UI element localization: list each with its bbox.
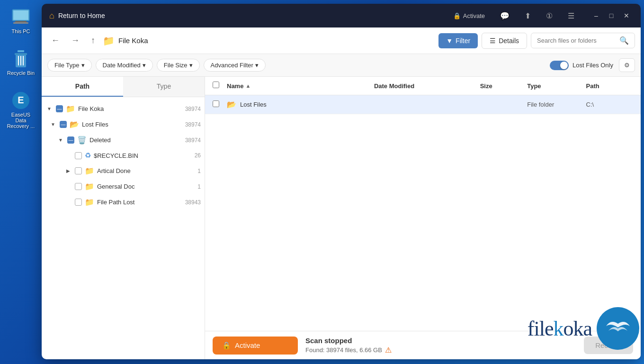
activate-big-btn[interactable]: 🔒 Activate	[213, 337, 298, 355]
col-header-path[interactable]: Path	[586, 82, 633, 90]
home-icon: ⌂	[49, 11, 54, 21]
tab-type[interactable]: Type	[123, 77, 205, 97]
tree-container: ▼ — 📁 File Koka 38974 ▼ — 📂 Lost Files	[42, 97, 205, 359]
chevron-right-icon: ▶	[64, 152, 72, 159]
col-header-size[interactable]: Size	[480, 82, 527, 90]
desktop-icon-this-pc[interactable]: This PC	[4, 5, 38, 37]
file-size-filter[interactable]: File Size ▾	[157, 59, 200, 72]
easeus-label: EaseUS Data Recovery ...	[7, 112, 35, 129]
status-bar: 🔒 Activate Scan stopped Found: 38974 fil…	[205, 331, 641, 359]
svg-rect-3	[13, 22, 28, 24]
select-all-checkbox[interactable]	[213, 82, 219, 88]
tree-count-file-koka: 38974	[185, 106, 201, 112]
table-row[interactable]: 📂 Lost Files File folder C:\	[205, 95, 641, 114]
tree-count-deleted: 38974	[185, 137, 201, 144]
desktop: This PC Recycle Bin E EaseUS Data Recove…	[0, 0, 42, 364]
tree-item-artical-done[interactable]: ▶ 📁 Artical Done 1	[42, 163, 205, 179]
details-btn[interactable]: ☰ Details	[482, 33, 527, 49]
activate-title-btn[interactable]: 🔒 Activate	[449, 10, 489, 21]
tree-count-file-path-lost: 38943	[185, 199, 201, 206]
forward-btn[interactable]: →	[67, 33, 83, 48]
checkbox-file-path-lost[interactable]	[75, 199, 82, 206]
desktop-icon-recycle-bin[interactable]: Recycle Bin	[4, 46, 38, 79]
share-btn[interactable]: ⬆	[521, 9, 535, 22]
table-body: 📂 Lost Files File folder C:\	[205, 95, 641, 331]
svg-text:E: E	[18, 95, 24, 105]
settings-icon: ⚙	[624, 62, 630, 69]
folder-icon-lost-files: 📂	[70, 120, 79, 129]
filter-icon: ▼	[446, 37, 453, 45]
nav-bar: ← → ↑ 📁 File Koka ▼ Filter ☰ Details 🔍	[42, 27, 641, 54]
header-checkbox-cell	[213, 82, 227, 90]
tree-item-genersal-doc[interactable]: ▶ 📁 Genersal Doc 1	[42, 179, 205, 194]
checkbox-artical-done[interactable]	[75, 167, 82, 174]
row-name-cell: 📂 Lost Files	[227, 100, 374, 109]
tree-label-genersal-doc: Genersal Doc	[97, 183, 196, 190]
chevron-right-icon: ▶	[64, 199, 72, 206]
maximize-btn[interactable]: □	[605, 9, 618, 22]
tree-item-file-koka[interactable]: ▼ — 📁 File Koka 38974	[42, 101, 205, 117]
checkbox-file-koka[interactable]: —	[56, 105, 63, 112]
lost-files-toggle: Lost Files Only	[550, 61, 613, 70]
warning-icon: ⚠	[385, 346, 392, 355]
chevron-right-icon: ▶	[64, 167, 72, 175]
col-header-name: Name ▲	[227, 82, 374, 90]
app-window: ⌂ Return to Home 🔒 Activate 💬 ⬆ ① ☰ – □ …	[42, 4, 641, 359]
checkbox-genersal-doc[interactable]	[75, 183, 82, 190]
chevron-down-icon: ▾	[143, 62, 146, 69]
details-icon: ☰	[490, 37, 496, 45]
title-bar-title[interactable]: Return to Home	[58, 12, 105, 19]
sort-arrow-icon[interactable]: ▲	[245, 83, 250, 89]
up-btn[interactable]: ↑	[87, 33, 99, 48]
tab-path[interactable]: Path	[42, 77, 123, 97]
col-header-type[interactable]: Type	[527, 82, 586, 90]
file-type-filter[interactable]: File Type ▾	[47, 59, 92, 72]
toggle-switch[interactable]	[550, 61, 569, 70]
row-checkbox[interactable]	[213, 100, 219, 107]
close-btn[interactable]: ✕	[620, 9, 633, 22]
column-settings-btn[interactable]: ⚙	[619, 58, 635, 72]
tree-item-lost-files[interactable]: ▼ — 📂 Lost Files 38974	[42, 117, 205, 132]
tree-label-lost-files: Lost Files	[82, 121, 183, 128]
main-content: Path Type ▼ — 📁 File Koka 38974	[42, 77, 641, 359]
tree-item-recycle-bin[interactable]: ▶ ♻ $RECYCLE.BIN 26	[42, 148, 205, 163]
svg-rect-2	[15, 21, 27, 22]
chat-btn[interactable]: 💬	[496, 9, 513, 22]
recycle-bin-label: Recycle Bin	[7, 70, 35, 76]
chevron-right-icon: ▶	[64, 183, 72, 191]
tree-count-artical-done: 1	[197, 168, 201, 174]
nav-folder-icon: 📁	[103, 35, 115, 46]
checkbox-lost-files[interactable]: —	[60, 121, 67, 128]
col-header-date[interactable]: Date Modified	[374, 82, 480, 90]
search-input[interactable]	[537, 37, 616, 44]
recover-btn[interactable]: Recover	[584, 337, 633, 354]
tree-item-file-path-lost[interactable]: ▶ 📁 File Path Lost 38943	[42, 194, 205, 210]
nav-right: ▼ Filter ☰ Details 🔍	[438, 33, 635, 49]
filter-btn[interactable]: ▼ Filter	[438, 33, 478, 48]
easeus-icon: E	[11, 91, 30, 110]
this-pc-label: This PC	[11, 28, 30, 34]
minimize-btn[interactable]: –	[590, 9, 603, 22]
svg-rect-5	[15, 53, 27, 55]
menu-btn[interactable]: ☰	[564, 9, 578, 22]
right-panel: Name ▲ Date Modified Size Type Path	[205, 77, 641, 359]
advanced-filter[interactable]: Advanced Filter ▾	[204, 59, 266, 72]
checkbox-deleted[interactable]: —	[67, 136, 74, 144]
svg-rect-1	[13, 10, 28, 20]
scan-status: Scan stopped Found: 38974 files, 6.66 GB…	[305, 337, 392, 355]
search-box: 🔍	[531, 33, 635, 48]
folder-icon-artical-done: 📁	[85, 166, 94, 175]
row-checkbox-cell	[213, 100, 227, 109]
folder-icon-file-koka: 📁	[66, 104, 75, 113]
tree-item-deleted[interactable]: ▼ — 🗑️ Deleted 38974	[42, 132, 205, 148]
back-btn[interactable]: ←	[47, 33, 63, 48]
date-modified-filter[interactable]: Date Modified ▾	[96, 59, 153, 72]
checkbox-recycle-bin[interactable]	[75, 152, 82, 159]
desktop-icon-easeus[interactable]: E EaseUS Data Recovery ...	[4, 88, 38, 132]
tree-count-lost-files: 38974	[185, 121, 201, 128]
row-folder-icon: 📂	[227, 100, 236, 109]
scan-found-label: Found: 38974 files, 6.66 GB ⚠	[305, 346, 392, 355]
notification-btn[interactable]: ①	[542, 9, 556, 22]
path-type-tabs: Path Type	[42, 77, 205, 97]
svg-rect-6	[18, 50, 24, 52]
